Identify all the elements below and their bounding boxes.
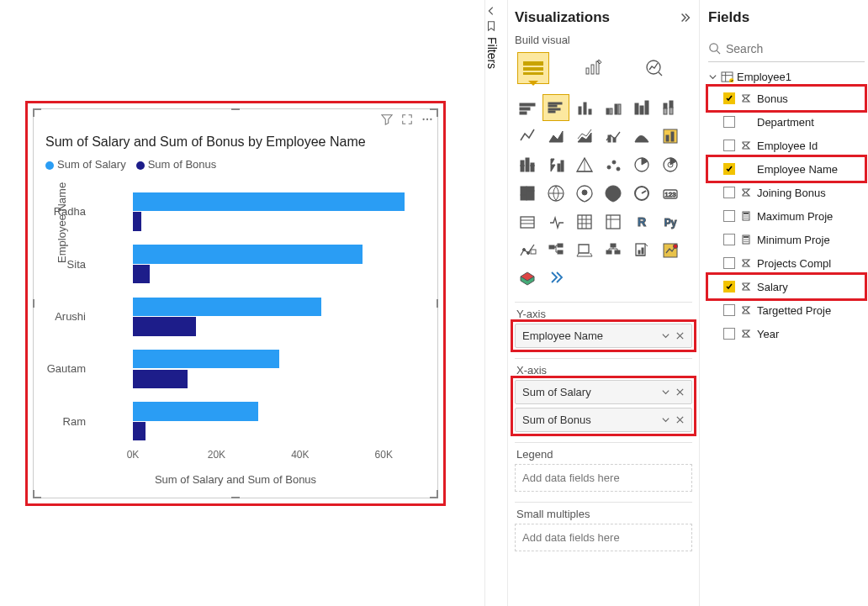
resize-handle-br[interactable]: [430, 490, 438, 498]
viz-type-option[interactable]: [515, 95, 540, 120]
chevron-down-icon[interactable]: [661, 387, 670, 397]
viz-type-option[interactable]: R: [629, 209, 654, 234]
field-checkbox[interactable]: [723, 234, 735, 245]
viz-type-option[interactable]: [572, 238, 597, 263]
bar-bonus[interactable]: [133, 370, 188, 388]
field-item[interactable]: Year: [708, 322, 865, 345]
field-checkbox[interactable]: [723, 92, 735, 104]
viz-type-option[interactable]: [629, 181, 654, 206]
viz-type-option[interactable]: [543, 266, 569, 292]
chevron-down-icon[interactable]: [661, 331, 670, 340]
field-checkbox[interactable]: [723, 281, 735, 292]
field-item[interactable]: Minimum Proje: [708, 228, 865, 251]
field-checkbox[interactable]: [723, 210, 735, 222]
legend-field-well[interactable]: Add data fields here: [515, 464, 692, 492]
viz-type-option[interactable]: Py: [658, 209, 683, 234]
viz-type-option[interactable]: [629, 124, 654, 149]
x-axis-field-sum-of-bonus[interactable]: Sum of Bonus: [515, 408, 692, 432]
viz-type-option[interactable]: [515, 238, 540, 263]
viz-type-option[interactable]: [515, 181, 540, 206]
format-visual-tab[interactable]: [579, 53, 609, 83]
viz-type-option[interactable]: [658, 124, 683, 149]
viz-type-option[interactable]: [572, 181, 597, 206]
viz-type-option[interactable]: [601, 209, 626, 234]
clustered-bar-chart-visual[interactable]: Sum of Salary and Sum of Bonus by Employ…: [33, 108, 438, 498]
viz-type-option[interactable]: [515, 266, 540, 292]
bookmark-icon[interactable]: [485, 20, 507, 32]
viz-type-option[interactable]: [601, 95, 626, 120]
field-item[interactable]: Targetted Proje: [708, 298, 865, 322]
analytics-tab[interactable]: [639, 53, 670, 83]
viz-type-option[interactable]: [572, 124, 597, 149]
viz-type-option[interactable]: 123: [658, 181, 683, 206]
resize-handle-b[interactable]: [231, 497, 240, 498]
bar-salary[interactable]: [133, 350, 279, 368]
y-axis-field-employee-name[interactable]: Employee Name: [515, 324, 692, 348]
field-checkbox[interactable]: [723, 140, 735, 151]
viz-type-option[interactable]: [572, 152, 597, 177]
viz-type-option[interactable]: [601, 152, 626, 177]
field-item[interactable]: Department: [708, 110, 865, 134]
remove-field-icon[interactable]: [675, 331, 685, 340]
field-item[interactable]: Salary: [708, 275, 865, 298]
remove-field-icon[interactable]: [675, 415, 685, 424]
viz-type-option[interactable]: [629, 152, 654, 177]
field-checkbox[interactable]: [723, 304, 735, 316]
viz-type-option[interactable]: [515, 152, 540, 177]
bar-bonus[interactable]: [133, 317, 196, 335]
field-item[interactable]: Joining Bonus: [708, 181, 865, 204]
resize-handle-l[interactable]: [33, 299, 34, 308]
viz-type-option[interactable]: [658, 152, 683, 177]
viz-type-option[interactable]: [543, 95, 569, 120]
field-checkbox[interactable]: [723, 257, 735, 269]
fields-search-box[interactable]: [708, 35, 865, 62]
report-canvas[interactable]: Sum of Salary and Sum of Bonus by Employ…: [0, 0, 484, 606]
bar-bonus[interactable]: [133, 422, 146, 440]
fields-search-input[interactable]: [726, 42, 868, 55]
bar-bonus[interactable]: [133, 265, 150, 283]
filters-pane-label[interactable]: Filters: [485, 37, 499, 69]
filters-pane-collapsed[interactable]: Filters: [484, 0, 508, 606]
more-options-icon[interactable]: [421, 113, 434, 126]
viz-type-option[interactable]: [543, 209, 569, 234]
bar-salary[interactable]: [133, 245, 363, 263]
viz-type-option[interactable]: [515, 209, 540, 234]
field-checkbox[interactable]: [723, 187, 735, 198]
viz-type-option[interactable]: [601, 124, 626, 149]
viz-type-option[interactable]: [658, 95, 683, 120]
field-item[interactable]: Maximum Proje: [708, 204, 865, 228]
build-visual-tab[interactable]: [518, 53, 548, 83]
bar-salary[interactable]: [133, 298, 321, 316]
viz-type-option[interactable]: [601, 181, 626, 206]
expand-filters-icon[interactable]: [485, 5, 507, 17]
viz-type-option[interactable]: [543, 181, 569, 206]
field-item[interactable]: Employee Id: [708, 134, 865, 157]
viz-type-option[interactable]: [601, 238, 626, 263]
field-checkbox[interactable]: [723, 163, 735, 175]
resize-handle-r[interactable]: [437, 299, 438, 308]
viz-type-option[interactable]: [543, 152, 569, 177]
filter-icon[interactable]: [380, 113, 394, 126]
resize-handle-tl[interactable]: [33, 108, 41, 117]
bar-salary[interactable]: [133, 192, 405, 211]
remove-field-icon[interactable]: [675, 387, 685, 397]
viz-type-option[interactable]: [572, 95, 597, 120]
x-axis-field-sum-of-salary[interactable]: Sum of Salary: [515, 380, 692, 404]
viz-type-option[interactable]: [629, 238, 654, 263]
viz-type-option[interactable]: [658, 238, 683, 263]
bar-bonus[interactable]: [133, 212, 141, 230]
field-checkbox[interactable]: [723, 328, 735, 340]
resize-handle-bl[interactable]: [33, 490, 41, 498]
small-multiples-field-well[interactable]: Add data fields here: [515, 524, 692, 551]
viz-type-option[interactable]: [572, 209, 597, 234]
field-item[interactable]: Bonus: [708, 87, 865, 110]
resize-handle-t[interactable]: [231, 108, 240, 110]
viz-type-option[interactable]: [543, 238, 569, 263]
collapse-viz-pane-icon[interactable]: [679, 12, 692, 24]
field-item[interactable]: Projects Compl: [708, 251, 865, 275]
bar-salary[interactable]: [133, 402, 258, 420]
viz-type-option[interactable]: [629, 95, 654, 120]
field-item[interactable]: Employee Name: [708, 157, 865, 181]
viz-type-option[interactable]: [515, 124, 540, 149]
chevron-down-icon[interactable]: [661, 415, 670, 424]
